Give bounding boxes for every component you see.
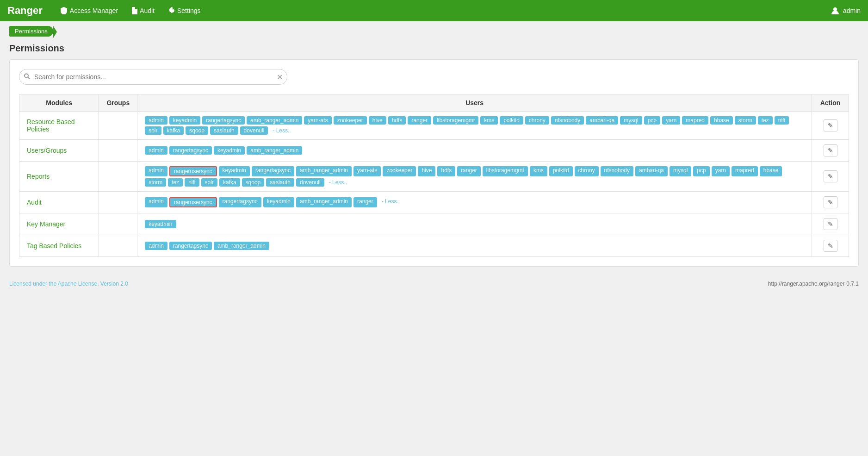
action-cell: ✎ bbox=[812, 112, 849, 140]
svg-point-1 bbox=[25, 74, 28, 78]
user-tag: storm bbox=[145, 178, 166, 187]
user-tag: yarn bbox=[712, 166, 730, 176]
module-cell[interactable]: Resource Based Policies bbox=[19, 112, 99, 140]
user-tag: mysql bbox=[670, 166, 691, 176]
edit-button[interactable]: ✎ bbox=[824, 196, 837, 208]
less-button[interactable]: - Less.. bbox=[326, 178, 350, 187]
user-tag: rangertagsync bbox=[219, 197, 261, 207]
groups-cell bbox=[99, 140, 137, 162]
table-row: Auditadminrangerusersyncrangertagsynckey… bbox=[19, 192, 849, 213]
nav-access-manager[interactable]: Access Manager bbox=[54, 0, 124, 21]
user-tag: zookeeper bbox=[334, 116, 367, 125]
content-area: ✕ Modules Groups Users Action Resource B… bbox=[9, 59, 859, 267]
svg-point-0 bbox=[833, 7, 837, 11]
user-tag: zookeeper bbox=[383, 166, 416, 176]
table-row: Reportsadminrangerusersynckeyadminranger… bbox=[19, 162, 849, 192]
table-row: Resource Based Policiesadminkeyadminrang… bbox=[19, 112, 849, 140]
user-tag: amb_ranger_admin bbox=[247, 116, 302, 125]
user-tag: libstoragemgmt bbox=[433, 116, 478, 125]
user-tag: solr bbox=[201, 178, 217, 187]
user-tag: hbase bbox=[710, 116, 733, 125]
user-tag: ambari-qa bbox=[635, 166, 668, 176]
user-tag: pcp bbox=[644, 116, 660, 125]
col-groups: Groups bbox=[99, 94, 137, 112]
shield-icon bbox=[60, 7, 68, 14]
user-tag: keyadmin bbox=[169, 116, 200, 125]
edit-button[interactable]: ✎ bbox=[824, 218, 837, 230]
user-tag: admin bbox=[145, 197, 167, 207]
less-button[interactable]: - Less.. bbox=[379, 197, 403, 207]
user-tag: hbase bbox=[760, 166, 782, 176]
user-tag: tez bbox=[168, 178, 183, 187]
nav-access-manager-label: Access Manager bbox=[70, 7, 118, 14]
user-tag: mapred bbox=[732, 166, 758, 176]
user-tag: chrony bbox=[525, 116, 549, 125]
nav-audit[interactable]: Audit bbox=[124, 0, 161, 21]
user-tag: libstoragemgmt bbox=[483, 166, 528, 176]
user-label: admin bbox=[843, 7, 861, 14]
user-tag: nifi bbox=[775, 116, 789, 125]
col-modules: Modules bbox=[19, 94, 99, 112]
user-tag: amb_ranger_admin bbox=[247, 146, 302, 155]
module-cell[interactable]: Tag Based Policies bbox=[19, 235, 99, 257]
groups-cell bbox=[99, 235, 137, 257]
user-tag: solr bbox=[145, 126, 161, 135]
user-tag: amb_ranger_admin bbox=[296, 166, 352, 176]
table-row: Key Managerkeyadmin✎ bbox=[19, 213, 849, 235]
action-cell: ✎ bbox=[812, 235, 849, 257]
nav-settings[interactable]: Settings bbox=[161, 0, 207, 21]
user-tag: nfsnobody bbox=[551, 116, 584, 125]
user-tag: ranger bbox=[408, 116, 431, 125]
user-tag: admin bbox=[145, 166, 167, 176]
user-tag: ambari-qa bbox=[586, 116, 618, 125]
search-input[interactable] bbox=[19, 69, 287, 85]
user-tag: ranger bbox=[353, 197, 377, 207]
search-icon bbox=[24, 73, 30, 81]
module-cell[interactable]: Audit bbox=[19, 192, 99, 213]
user-tag: polkitd bbox=[549, 166, 573, 176]
user-tag: keyadmin bbox=[219, 166, 250, 176]
action-cell: ✎ bbox=[812, 192, 849, 213]
nav-settings-label: Settings bbox=[177, 7, 201, 14]
user-tag: saslauth bbox=[266, 178, 294, 187]
permissions-table: Modules Groups Users Action Resource Bas… bbox=[19, 94, 849, 257]
user-menu[interactable]: admin bbox=[831, 6, 861, 15]
users-cell: keyadmin bbox=[137, 213, 812, 235]
user-tag: ranger bbox=[457, 166, 481, 176]
license-link[interactable]: Licensed under the Apache License, Versi… bbox=[9, 281, 128, 287]
edit-button[interactable]: ✎ bbox=[824, 240, 837, 252]
user-tag: polkitd bbox=[500, 116, 523, 125]
module-cell[interactable]: Key Manager bbox=[19, 213, 99, 235]
app-brand: Ranger bbox=[7, 5, 43, 17]
module-cell[interactable]: Users/Groups bbox=[19, 140, 99, 162]
breadcrumb-badge[interactable]: Permissions bbox=[9, 26, 53, 37]
user-tag: kafka bbox=[163, 126, 184, 135]
user-tag: kafka bbox=[219, 178, 240, 187]
col-action: Action bbox=[812, 94, 849, 112]
edit-button[interactable]: ✎ bbox=[824, 119, 837, 131]
user-tag: rangertagsync bbox=[169, 242, 212, 250]
groups-cell bbox=[99, 112, 137, 140]
breadcrumb-area: Permissions bbox=[0, 21, 868, 41]
user-tag: yarn-ats bbox=[353, 166, 381, 176]
user-tag: chrony bbox=[575, 166, 599, 176]
user-tag: rangertagsync bbox=[169, 146, 212, 155]
edit-button[interactable]: ✎ bbox=[824, 144, 837, 156]
user-tag: sqoop bbox=[186, 126, 208, 135]
version-text: http://ranger.apache.org/ranger-0.7.1 bbox=[768, 281, 859, 287]
user-tag: hive bbox=[418, 166, 435, 176]
action-cell: ✎ bbox=[812, 140, 849, 162]
user-tag: dovenull bbox=[296, 178, 324, 187]
edit-button[interactable]: ✎ bbox=[824, 170, 837, 182]
groups-cell bbox=[99, 162, 137, 192]
user-tag: storm bbox=[735, 116, 756, 125]
module-cell[interactable]: Reports bbox=[19, 162, 99, 192]
user-tag: rangerusersync bbox=[169, 166, 217, 176]
less-button[interactable]: - Less.. bbox=[270, 126, 293, 135]
users-cell: adminrangerusersyncrangertagsynckeyadmin… bbox=[137, 192, 812, 213]
user-tag: rangertagsync bbox=[202, 116, 245, 125]
users-cell: adminrangerusersynckeyadminrangertagsync… bbox=[137, 162, 812, 192]
user-tag: amb_ranger_admin bbox=[214, 242, 269, 250]
clear-search-icon[interactable]: ✕ bbox=[277, 73, 283, 81]
groups-cell bbox=[99, 192, 137, 213]
